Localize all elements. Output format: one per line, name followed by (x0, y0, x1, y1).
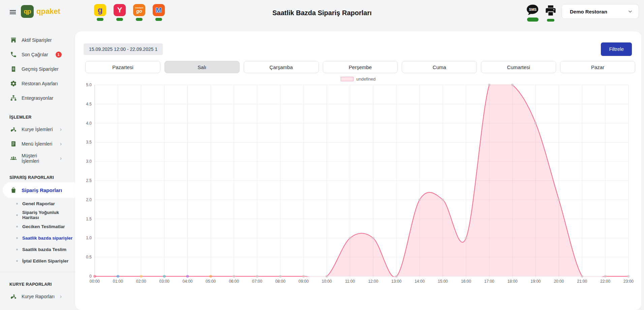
svg-text:2.0: 2.0 (86, 197, 92, 202)
phone-icon (10, 51, 17, 58)
svg-text:07:00: 07:00 (252, 279, 262, 284)
filters-row: 15.09.2025 12:00 - 22.09.2025 1 Filtrele (75, 42, 641, 56)
svg-text:SMS: SMS (529, 8, 536, 11)
svg-text:05:00: 05:00 (206, 279, 216, 284)
sidebar-subitem-geciken-teslimatlar[interactable]: Geciken Teslimatlar (0, 221, 75, 232)
gear-icon (10, 80, 17, 87)
trendyol-go-status-badge (136, 18, 143, 21)
people-icon (10, 155, 17, 162)
svg-text:00:00: 00:00 (90, 279, 100, 284)
logo-text: qpaket (36, 7, 60, 16)
bullet-icon (16, 260, 18, 262)
platform-yemeksepeti[interactable]: Y (114, 4, 126, 21)
svg-text:13:00: 13:00 (391, 279, 401, 284)
svg-text:09:00: 09:00 (299, 279, 309, 284)
restaurant-select-value: Demo Restoran (570, 9, 607, 14)
date-range-picker[interactable]: 15.09.2025 12:00 - 22.09.2025 1 (84, 43, 163, 55)
sidebar-section-islemler: İŞLEMLER (0, 113, 75, 122)
book-icon (10, 141, 17, 147)
sidebar-item-kurye-islemleri[interactable]: Kurye İşlemleri › (0, 122, 75, 136)
legend-swatch (341, 77, 354, 81)
sidebar-subitem-siparis-yogunluk-haritasi[interactable]: Sipariş Yoğunluk Haritası (0, 209, 75, 221)
legend-label: undefined (356, 76, 375, 82)
sidebar-subitem-iptal-edilen-siparisler[interactable]: İptal Edilen Siparişler (0, 255, 75, 267)
svg-text:3.0: 3.0 (86, 159, 92, 164)
svg-text:5.0: 5.0 (86, 83, 92, 87)
svg-text:2.5: 2.5 (86, 178, 92, 183)
top-header: qp qpaket g Y trendyol go M Saatlik Bazd… (0, 0, 644, 31)
print-status-badge (547, 19, 554, 22)
sitemap-icon (10, 95, 17, 101)
tab-pazartesi[interactable]: Pazartesi (85, 61, 160, 73)
header-right-controls: SMS Demo Restoran (526, 4, 639, 22)
store-icon (10, 37, 17, 43)
receipt-icon (10, 66, 17, 72)
bullet-icon (16, 237, 18, 239)
sidebar-subitem-saatlik-bazda-teslim[interactable]: Saatlik bazda Teslim (0, 244, 75, 255)
sidebar-item-restoran-ayarlari[interactable]: Restoran Ayarları (0, 76, 75, 91)
svg-text:11:00: 11:00 (345, 279, 355, 284)
bullet-icon (16, 203, 18, 205)
sidebar: Aktif Siparişler Son Çağrılar 1 Geçmiş S… (0, 31, 75, 310)
svg-text:16:00: 16:00 (461, 279, 471, 284)
bullet-icon (16, 214, 18, 216)
bullet-icon (16, 249, 18, 250)
sidebar-item-entegrasyonlar[interactable]: Entegrasyonlar (0, 91, 75, 105)
orders-chart[interactable]: 00.51.01.52.02.53.03.54.04.55.000:0001:0… (83, 82, 635, 286)
hamburger-menu-icon[interactable] (9, 8, 17, 16)
tab-persembe[interactable]: Perşembe (323, 61, 398, 73)
app-logo[interactable]: qp qpaket (21, 5, 60, 18)
yemeksepeti-icon: Y (114, 4, 126, 16)
svg-text:01:00: 01:00 (113, 279, 123, 284)
tab-sali[interactable]: Salı (164, 61, 240, 73)
motorcycle-icon (10, 293, 17, 300)
sidebar-section-kurye-raporlari: KURYE RAPORLARI (0, 280, 75, 289)
sidebar-item-siparis-raporlari[interactable]: Sipariş Raporları (3, 182, 75, 198)
platform-migros[interactable]: M (153, 4, 165, 21)
sidebar-section-siparis-raporlari: SİPARİŞ RAPORLARI (0, 173, 75, 182)
restaurant-select[interactable]: Demo Restoran (561, 4, 639, 19)
svg-text:0: 0 (89, 274, 92, 279)
svg-text:03:00: 03:00 (159, 279, 170, 284)
filter-button[interactable]: Filtrele (601, 42, 632, 56)
svg-text:15:00: 15:00 (438, 279, 448, 284)
sidebar-item-musteri-islemleri[interactable]: Müşteri İşlemleri › (0, 151, 75, 165)
main-content: 15.09.2025 12:00 - 22.09.2025 1 Filtrele… (75, 31, 641, 310)
tab-cuma[interactable]: Cuma (402, 61, 477, 73)
sms-icon: SMS (526, 4, 540, 16)
svg-text:23:00: 23:00 (623, 279, 634, 284)
chevron-right-icon: › (60, 141, 62, 147)
sidebar-divider (0, 272, 75, 272)
motorcycle-icon (10, 126, 17, 133)
svg-text:12:00: 12:00 (368, 279, 378, 284)
sidebar-item-son-cagrilar[interactable]: Son Çağrılar 1 (0, 47, 75, 62)
page-title: Saatlik Bazda Sipariş Raporları (272, 9, 372, 17)
platform-getir[interactable]: g (94, 4, 106, 21)
sidebar-subitem-saatlik-bazda-siparisler[interactable]: Saatlik bazda siparişler (0, 232, 75, 244)
sms-status-badge (527, 18, 539, 22)
sidebar-subitem-genel-raporlar[interactable]: Genel Raporlar (0, 198, 75, 209)
print-button[interactable] (544, 4, 557, 22)
sidebar-item-gecmis-siparisler[interactable]: Geçmiş Siparişler (0, 62, 75, 76)
svg-text:0.5: 0.5 (86, 255, 92, 259)
printer-icon (544, 4, 557, 17)
chevron-right-icon: › (60, 155, 62, 161)
svg-text:19:00: 19:00 (531, 279, 541, 284)
sidebar-item-menu-islemleri[interactable]: Menü İşlemleri › (0, 136, 75, 151)
sms-button[interactable]: SMS (526, 4, 540, 22)
day-tabs: Pazartesi Salı Çarşamba Perşembe Cuma Cu… (75, 61, 641, 73)
svg-text:02:00: 02:00 (136, 279, 146, 284)
tab-cumartesi[interactable]: Cumartesi (481, 61, 556, 73)
trendyol-go-icon: trendyol go (133, 4, 145, 16)
platform-trendyol-go[interactable]: trendyol go (133, 4, 145, 21)
chevron-right-icon: › (60, 126, 62, 132)
chart-legend[interactable]: undefined (75, 76, 641, 82)
sidebar-item-kurye-raporlari[interactable]: Kurye Raporları › (0, 289, 75, 304)
svg-text:1.5: 1.5 (86, 217, 92, 221)
tab-pazar[interactable]: Pazar (560, 61, 635, 73)
svg-text:1.0: 1.0 (86, 236, 92, 240)
svg-text:22:00: 22:00 (600, 279, 610, 284)
tab-carsamba[interactable]: Çarşamba (244, 61, 319, 73)
svg-text:20:00: 20:00 (554, 279, 564, 284)
sidebar-item-aktif-siparisler[interactable]: Aktif Siparişler (0, 33, 75, 47)
